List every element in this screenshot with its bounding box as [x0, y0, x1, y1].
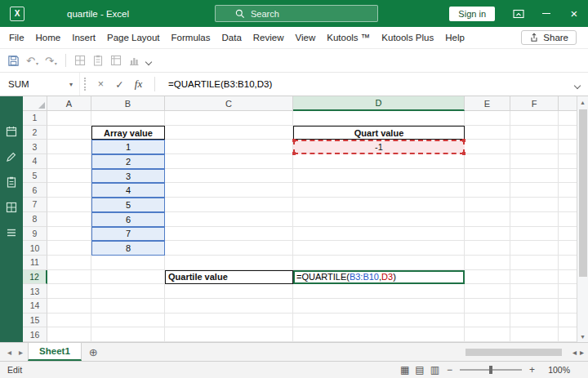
- column-header-B[interactable]: B: [91, 96, 165, 111]
- cell-C1[interactable]: [165, 111, 293, 126]
- menu-item-help[interactable]: Help: [439, 27, 470, 48]
- cell-B11[interactable]: [91, 256, 165, 270]
- cell-D4[interactable]: [293, 154, 465, 169]
- cell-A13[interactable]: [47, 284, 91, 299]
- minimize-button[interactable]: [532, 0, 560, 27]
- cell-B1[interactable]: [91, 111, 165, 126]
- row-header-1[interactable]: 1: [23, 111, 47, 126]
- kutools-calendar-icon[interactable]: [6, 126, 17, 137]
- menu-item-data[interactable]: Data: [216, 27, 247, 48]
- cell-A10[interactable]: [47, 241, 91, 256]
- cell-A16[interactable]: [47, 327, 91, 342]
- cell-D8[interactable]: [293, 212, 465, 227]
- cell-F10[interactable]: [510, 241, 559, 256]
- scroll-down-icon[interactable]: ▼: [577, 331, 588, 342]
- cell-D6[interactable]: [293, 183, 465, 198]
- column-header-C[interactable]: C: [165, 96, 293, 111]
- zoom-in-button[interactable]: +: [529, 364, 535, 376]
- row-header-5[interactable]: 5: [23, 169, 47, 184]
- horizontal-scrollbar[interactable]: ◂ ▸: [394, 343, 588, 361]
- cell-A8[interactable]: [47, 212, 91, 227]
- cell-E15[interactable]: [465, 314, 510, 328]
- scroll-left-icon[interactable]: ◂: [572, 348, 577, 357]
- cell-D3[interactable]: -1: [293, 140, 465, 154]
- undo-button[interactable]: ↶ ▾: [26, 56, 38, 66]
- cell-C8[interactable]: [165, 212, 293, 227]
- qat-chart-button[interactable]: [128, 55, 140, 66]
- row-header-14[interactable]: 14: [23, 299, 47, 314]
- cell-B7[interactable]: 5: [91, 198, 165, 212]
- cell-C16[interactable]: [165, 327, 293, 342]
- cell-A9[interactable]: [47, 227, 91, 242]
- row-header-7[interactable]: 7: [23, 198, 47, 212]
- cell-E10[interactable]: [465, 241, 510, 256]
- scroll-right-icon[interactable]: ▸: [580, 348, 584, 357]
- cell-A12[interactable]: [47, 270, 91, 285]
- cell-B3[interactable]: 1: [91, 140, 165, 154]
- row-header-8[interactable]: 8: [23, 212, 47, 227]
- kutools-table-icon[interactable]: [6, 202, 17, 213]
- menu-item-view[interactable]: View: [290, 27, 322, 48]
- cell-D5[interactable]: [293, 169, 465, 184]
- customize-qat-button[interactable]: [146, 53, 151, 68]
- tab-next-icon[interactable]: ▸: [19, 348, 23, 357]
- cell-D15[interactable]: [293, 314, 465, 328]
- formula-bar-input[interactable]: =QUARTILE(B3:B10,D3): [162, 79, 272, 89]
- cell-C9[interactable]: [165, 227, 293, 242]
- cell-C2[interactable]: [165, 126, 293, 140]
- row-header-10[interactable]: 10: [23, 241, 47, 256]
- zoom-level[interactable]: 100%: [542, 365, 570, 375]
- row-header-12[interactable]: 12: [23, 270, 47, 285]
- cell-C10[interactable]: [165, 241, 293, 256]
- menu-item-file[interactable]: File: [3, 27, 30, 48]
- row-header-15[interactable]: 15: [23, 314, 47, 328]
- cell-F13[interactable]: [510, 284, 559, 299]
- menu-item-formulas[interactable]: Formulas: [166, 27, 216, 48]
- cell-B15[interactable]: [91, 314, 165, 328]
- cell-F7[interactable]: [510, 198, 559, 212]
- cell-F14[interactable]: [510, 299, 559, 314]
- cell-F9[interactable]: [510, 227, 559, 242]
- cell-C4[interactable]: [165, 154, 293, 169]
- vertical-scrollbar[interactable]: ▲ ▼: [577, 96, 588, 342]
- cell-D2[interactable]: Quart value: [293, 126, 465, 140]
- cell-B16[interactable]: [91, 327, 165, 342]
- row-header-11[interactable]: 11: [23, 256, 47, 270]
- cell-A5[interactable]: [47, 169, 91, 184]
- column-header-E[interactable]: E: [465, 96, 510, 111]
- cell-D12[interactable]: =QUARTILE(B3:B10,D3): [293, 270, 465, 285]
- cell-D14[interactable]: [293, 299, 465, 314]
- column-header-A[interactable]: A: [47, 96, 91, 111]
- cell-F16[interactable]: [510, 327, 559, 342]
- insert-function-button[interactable]: fx: [129, 78, 148, 91]
- cell-A3[interactable]: [47, 140, 91, 154]
- zoom-out-button[interactable]: −: [447, 364, 452, 376]
- cell-E2[interactable]: [465, 126, 510, 140]
- cell-B14[interactable]: [91, 299, 165, 314]
- formula-bar-splitter[interactable]: [84, 78, 87, 91]
- redo-button[interactable]: ↷ ▾: [45, 56, 57, 66]
- column-header-D[interactable]: D: [293, 96, 465, 111]
- menu-item-kutools-plus[interactable]: Kutools Plus: [376, 27, 439, 48]
- cell-D9[interactable]: [293, 227, 465, 242]
- row-header-13[interactable]: 13: [23, 284, 47, 299]
- cell-F2[interactable]: [510, 126, 559, 140]
- cell-E16[interactable]: [465, 327, 510, 342]
- cell-F8[interactable]: [510, 212, 559, 227]
- tab-prev-icon[interactable]: ◂: [7, 348, 11, 357]
- expand-formula-bar-button[interactable]: [575, 77, 580, 91]
- qat-sheet-button[interactable]: [110, 55, 122, 66]
- cell-C7[interactable]: [165, 198, 293, 212]
- cell-F11[interactable]: [510, 256, 559, 270]
- cell-C3[interactable]: [165, 140, 293, 154]
- cell-F4[interactable]: [510, 154, 559, 169]
- cell-E11[interactable]: [465, 256, 510, 270]
- cell-E4[interactable]: [465, 154, 510, 169]
- cell-F6[interactable]: [510, 183, 559, 198]
- cell-A2[interactable]: [47, 126, 91, 140]
- horizontal-scroll-thumb[interactable]: [466, 349, 562, 356]
- menu-item-home[interactable]: Home: [30, 27, 67, 48]
- menu-item-page-layout[interactable]: Page Layout: [101, 27, 166, 48]
- cell-D16[interactable]: [293, 327, 465, 342]
- menu-item-review[interactable]: Review: [247, 27, 290, 48]
